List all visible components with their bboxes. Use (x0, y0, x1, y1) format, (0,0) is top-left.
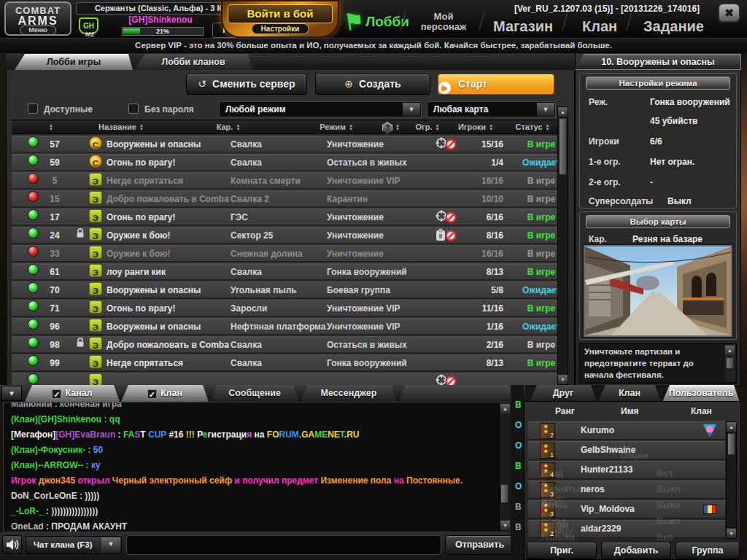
game-logo[interactable]: COMBAT ARMS ..... ... ...... Меню (4, 1, 71, 36)
send-button[interactable]: Отправить (445, 535, 514, 555)
room-status-led (28, 209, 39, 220)
scrollbar-thumb[interactable] (726, 357, 734, 369)
header-map[interactable]: Кар. (203, 120, 254, 134)
map-name: Резня на базаре (632, 234, 703, 244)
room-status: В игре (517, 191, 557, 207)
invite-button[interactable]: Приг. (527, 542, 597, 559)
sound-toggle-button[interactable] (2, 535, 22, 554)
tab-users[interactable]: Пользователь (662, 385, 740, 402)
header-players[interactable]: Игроки (453, 120, 498, 134)
chat-input[interactable] (126, 535, 441, 555)
no-password-label: Без пароля (144, 104, 194, 115)
tab-game-lobby[interactable]: Лобби игры (15, 54, 133, 70)
room-status-led (28, 228, 39, 238)
tab-clan-lobby[interactable]: Лобби кланов (134, 54, 252, 70)
header-mode[interactable]: Режим (307, 120, 365, 134)
header-status[interactable]: Статус (510, 120, 555, 134)
header-question[interactable]: ? (378, 120, 404, 134)
map-filter-dropdown[interactable]: Любая карта ▼ (427, 101, 556, 117)
users-scrollbar[interactable]: ▲ ▼ (726, 421, 737, 539)
room-status: В игре (517, 337, 557, 353)
chat-tab-messenger[interactable]: Мессенджер (301, 385, 397, 402)
room-mode: Карантин (327, 191, 433, 207)
nav-my-character[interactable]: Мой персонаж (410, 7, 477, 36)
chat-tab-channel[interactable]: Канал (25, 385, 120, 402)
nav-mission[interactable]: Задание (643, 12, 704, 41)
table-row[interactable]: 71ЭОгонь по врагу!ЗарослиУничтожение VIP… (12, 300, 557, 316)
table-row[interactable]: 17ЭОгонь по врагу!ГЭСУничтожение6/16В иг… (12, 209, 557, 225)
scroll-up-icon[interactable]: ▲ (727, 422, 736, 432)
table-row[interactable]: 33ЭОружие к бою!Снежная долинаУничтожени… (12, 245, 557, 262)
nav-clan[interactable]: Клан (582, 12, 617, 41)
chat-channel-dropdown[interactable]: Чат клана (F3) ▼ (26, 536, 122, 554)
room-mode: Уничтожение (327, 136, 433, 152)
play-icon: ▶ (438, 82, 451, 94)
table-row[interactable]: 61Элоу ранги кикСвалкаГонка вооружений8/… (12, 263, 557, 280)
available-checkbox[interactable] (28, 104, 38, 114)
header-name[interactable]: Название (77, 120, 165, 134)
create-room-button[interactable]: ⊕Создать (315, 74, 430, 95)
room-map: Снежная долина (231, 246, 325, 262)
checkbox-checked-icon[interactable] (52, 389, 61, 399)
chevron-down-icon[interactable]: ▼ (101, 537, 120, 553)
header-sort-number[interactable] (42, 120, 57, 134)
table-row[interactable]: 99ЭНегде спрятатьсяСвалкаГонка вооружени… (12, 354, 557, 371)
table-row[interactable]: 15ЭДобро пожаловать в Combat Arms!Свалка… (12, 190, 557, 207)
start-button[interactable]: ▶Старт (438, 74, 554, 95)
clan-flag-icon (703, 505, 716, 514)
scrollbar-thumb[interactable] (500, 484, 508, 503)
no-password-checkbox[interactable] (128, 104, 139, 114)
close-icon[interactable]: ✖ (718, 3, 740, 23)
scroll-up-icon[interactable]: ▲ (725, 346, 735, 355)
scroll-up-icon[interactable]: ▲ (558, 107, 568, 117)
table-row[interactable]: Э (12, 373, 557, 385)
scroll-down-icon[interactable]: ▼ (500, 521, 510, 530)
chevron-down-icon[interactable]: ▼ (403, 103, 420, 116)
room-number: 57 (44, 136, 66, 152)
header-restrictions[interactable]: Огр. (409, 120, 446, 134)
player-rank: M2 (85, 31, 95, 38)
table-row[interactable]: 5ЭНегде спрятатьсяКомната смертиУничтоже… (12, 172, 557, 189)
chat-log[interactable]: Манюний : конченая игра(Клан)[GH]Shinken… (3, 402, 512, 532)
table-row[interactable]: 70ЭВооружены и опасныУгольная пыльБоевая… (12, 281, 557, 298)
table-row[interactable]: 24ЭОружие к бою!Сектор 25Уничтожение8/16… (12, 227, 557, 244)
chat-tab-clan[interactable]: Клан (121, 385, 209, 402)
tab-clan-members[interactable]: Клан (598, 385, 661, 402)
table-row[interactable]: 98ЭДобро пожаловать в Combat Arms!Свалка… (12, 336, 557, 353)
room-status: В игре (517, 264, 557, 280)
scrollbar-thumb[interactable] (727, 433, 735, 455)
room-name: Вооружены и опасны (107, 282, 229, 298)
change-server-button[interactable]: ↺Сменить сервер (186, 74, 307, 95)
enter-battle-button[interactable]: Войти в бой Настройки (221, 0, 339, 38)
add-button[interactable]: Добавить (601, 542, 671, 559)
scroll-down-icon[interactable]: ▼ (727, 529, 736, 538)
description-scrollbar[interactable]: ▲ (725, 344, 735, 382)
gear-restriction-icon (433, 228, 458, 243)
menu-button[interactable]: Меню (20, 26, 56, 35)
mode-settings-box: Настройки режима Реж. Гонка вооружений 4… (579, 73, 737, 209)
nav-shop[interactable]: Магазин (493, 12, 553, 41)
room-number: 5 (44, 173, 66, 189)
field-value: - (650, 177, 653, 187)
scroll-up-icon[interactable]: ▲ (500, 404, 510, 413)
chevron-down-icon[interactable]: ▼ (537, 103, 554, 116)
user-row[interactable]: ★★2Kurumo (528, 421, 725, 440)
tab-friends[interactable]: Друг (530, 385, 597, 402)
mode-filter-dropdown[interactable]: Любой режим ▼ (219, 101, 422, 117)
chat-collapse-button[interactable]: ▼ (1, 386, 22, 401)
nav-lobby[interactable]: ⚑ Лобби (344, 7, 409, 36)
settings-button[interactable]: Настройки (252, 23, 309, 34)
table-row[interactable]: 59CОгонь по врагу!СвалкаОстаться в живых… (12, 154, 557, 171)
room-table-scrollbar[interactable]: ▲ ▼ (557, 106, 568, 385)
room-type-badge: Э (89, 191, 102, 204)
table-row[interactable]: 57CВооружены и опасныСвалкаУничтожение15… (12, 136, 557, 152)
room-number: 61 (44, 264, 66, 280)
checkbox-checked-icon[interactable] (147, 389, 157, 399)
lock-icon-wrap (76, 337, 85, 353)
table-row[interactable]: 96ЭВооружены и опасныНефтяная платформаУ… (12, 318, 557, 335)
scrollbar-thumb[interactable] (559, 118, 567, 175)
chat-scrollbar[interactable]: ▲ ▼ (499, 403, 511, 531)
chat-tab-message[interactable]: Сообщение (210, 385, 299, 402)
group-button[interactable]: Группа (676, 542, 740, 559)
scroll-down-icon[interactable]: ▼ (558, 375, 568, 384)
